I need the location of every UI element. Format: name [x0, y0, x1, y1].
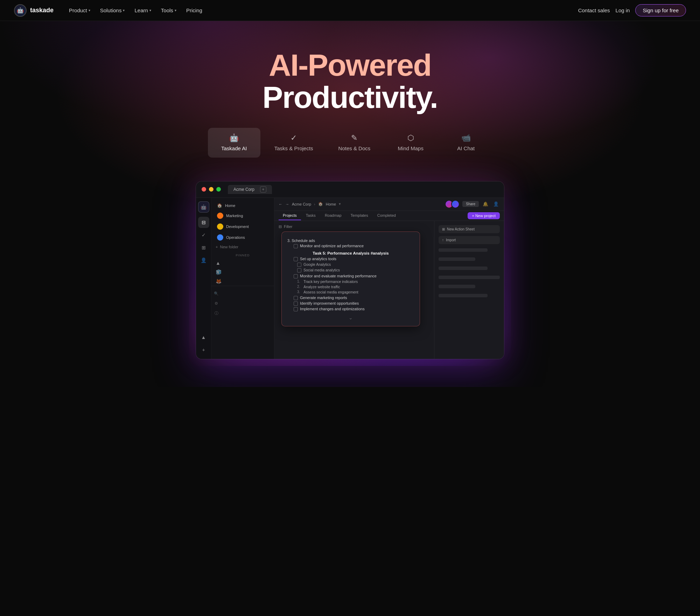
tab-tasks-projects[interactable]: ✓ Tasks & Projects: [263, 128, 324, 158]
hero-content: AI-Powered Productivity. 🤖 Taskade AI ✓ …: [14, 49, 686, 366]
filter-icon: ⊟: [279, 224, 282, 229]
filter-bar: ⊟ Filter: [279, 224, 430, 229]
info-bottom[interactable]: ⓘ: [211, 309, 221, 318]
sidebar-icon-home[interactable]: ⊟: [198, 217, 209, 228]
task-label: Analyze website traffic: [303, 285, 340, 289]
tab-taskade-ai[interactable]: 🤖 Taskade AI: [208, 128, 260, 158]
logo-text: taskade: [30, 7, 54, 14]
chevron-down-icon: ▾: [89, 8, 90, 12]
nav-pricing[interactable]: Pricing: [182, 5, 206, 15]
breadcrumb-dropdown[interactable]: ▾: [339, 202, 341, 206]
pinned-item-2[interactable]: 🧊: [211, 268, 274, 277]
tab-roadmap[interactable]: Roadmap: [321, 211, 346, 220]
tab-completed[interactable]: Completed: [373, 211, 400, 220]
task-label: Monitor and evaluate marketing performan…: [300, 274, 377, 278]
task-label: Assess social media engagement: [303, 290, 358, 294]
operations-dot: [217, 234, 223, 241]
info-icon: ⓘ: [215, 311, 218, 316]
nav-home[interactable]: 🏠 Home: [213, 201, 273, 210]
tab-ai-chat[interactable]: 📹 AI Chat: [440, 128, 492, 158]
app-logo-icon[interactable]: 🤖: [198, 201, 209, 213]
task-card-popup: 3. Schedule ads Monitor and optimize ad …: [281, 231, 420, 326]
task-checkbox[interactable]: [294, 244, 298, 248]
placeholder-bar-2: [439, 257, 475, 261]
task-label: Google Analytics: [303, 262, 331, 267]
traffic-light-close[interactable]: [202, 187, 206, 192]
user-settings-icon[interactable]: 👤: [492, 200, 500, 208]
logo-icon: 🤖: [14, 4, 27, 17]
nav-links: Product ▾ Solutions ▾ Learn ▾ Tools ▾ Pr…: [65, 5, 206, 15]
nav-operations[interactable]: Operations: [213, 232, 273, 243]
plus-icon: +: [216, 245, 218, 249]
back-icon[interactable]: ←: [279, 202, 282, 206]
new-tab-button[interactable]: +: [260, 186, 266, 193]
task-checkbox[interactable]: [294, 274, 298, 278]
app-window: Acme Corp + 🤖 ⊟ ✓ ⊞ 👤: [196, 181, 504, 359]
task-checkbox[interactable]: [297, 263, 301, 267]
sidebar-icon-settings[interactable]: ⊞: [198, 242, 209, 253]
logo[interactable]: 🤖 taskade: [14, 4, 54, 17]
search-icon: 🔍: [214, 291, 219, 296]
task-monitor-marketing: Monitor and evaluate marketing performan…: [287, 274, 414, 278]
chevron-down-icon: ▾: [149, 8, 151, 12]
app-toolbar: ← → Acme Corp › 🏠 Home ▾: [274, 198, 504, 211]
contact-sales-link[interactable]: Contact sales: [578, 7, 610, 13]
status-badge[interactable]: Share: [462, 201, 479, 207]
traffic-light-maximize[interactable]: [216, 187, 221, 192]
sidebar-icon-agent[interactable]: ▲: [198, 332, 209, 343]
tab-mind-maps[interactable]: ⬡ Mind Maps: [384, 128, 437, 158]
search-bottom[interactable]: 🔍: [211, 289, 221, 299]
tab-notes-docs[interactable]: ✎ Notes & Docs: [327, 128, 382, 158]
window-tab[interactable]: Acme Corp +: [228, 185, 272, 194]
nav-learn[interactable]: Learn ▾: [130, 5, 155, 15]
new-project-button[interactable]: + New project: [468, 212, 500, 219]
nav-pinned-label: PINNED: [211, 251, 274, 258]
sidebar-icon-users[interactable]: 👤: [198, 255, 209, 266]
task-panel: ⊟ Filter 3. Schedule ads: [274, 221, 434, 359]
hero-headline: AI-Powered Productivity.: [14, 49, 686, 114]
import-button[interactable]: ↑ Import: [439, 236, 500, 244]
nav-left: 🤖 taskade Product ▾ Solutions ▾ Learn ▾ …: [14, 4, 206, 17]
task-checkbox[interactable]: [294, 296, 298, 300]
traffic-light-minimize[interactable]: [209, 187, 214, 192]
task-kpi: 1. Track key performance indicators: [287, 279, 414, 284]
tab-tasks[interactable]: Tasks: [302, 211, 320, 220]
new-action-sheet-button[interactable]: ⊞ New Action Sheet: [439, 225, 500, 233]
task-checkbox[interactable]: [297, 268, 301, 272]
settings-bottom[interactable]: ⚙: [211, 299, 221, 309]
sidebar-icon-tasks[interactable]: ✓: [198, 229, 209, 241]
task-label: Generate marketing reports: [300, 296, 347, 300]
forward-icon[interactable]: →: [285, 202, 289, 206]
login-link[interactable]: Log in: [616, 7, 630, 13]
nav-marketing[interactable]: Marketing: [213, 210, 273, 221]
nav-solutions[interactable]: Solutions ▾: [96, 5, 129, 15]
navigation: 🤖 taskade Product ▾ Solutions ▾ Learn ▾ …: [0, 0, 700, 21]
placeholder-bar-4: [439, 276, 500, 279]
task-checkbox[interactable]: [294, 302, 298, 306]
tab-projects[interactable]: Projects: [279, 211, 301, 220]
notifications-icon[interactable]: 🔔: [482, 200, 489, 208]
pinned-item-1[interactable]: ▲: [211, 258, 274, 268]
avatar-group: [445, 200, 460, 208]
nav-right: Contact sales Log in Sign up for free: [578, 4, 686, 16]
signup-button[interactable]: Sign up for free: [635, 4, 686, 16]
app-showcase: Acme Corp + 🤖 ⊟ ✓ ⊞ 👤: [175, 174, 525, 366]
placeholder-bar-5: [439, 285, 475, 288]
task-checkbox[interactable]: [294, 307, 298, 311]
nav-new-folder[interactable]: + New folder: [211, 243, 274, 251]
nav-development[interactable]: Development: [213, 221, 273, 232]
task-item-monitor-ads: Monitor and optimize ad performance: [287, 244, 414, 248]
home-icon: 🏠: [318, 202, 323, 206]
app-body: 🤖 ⊟ ✓ ⊞ 👤 ▲ + 🏠: [196, 198, 504, 359]
mindmap-icon: ⬡: [407, 134, 414, 142]
sidebar-icon-add[interactable]: +: [198, 344, 209, 355]
nav-tools[interactable]: Tools ▾: [157, 5, 181, 15]
task-gen-reports: Generate marketing reports: [287, 296, 414, 300]
pinned-item-3[interactable]: 🦊: [211, 277, 274, 286]
task-social-engagement: 3. Assess social media engagement: [287, 290, 414, 294]
nav-product[interactable]: Product ▾: [65, 5, 94, 15]
task-checkbox[interactable]: [294, 257, 298, 261]
tab-templates[interactable]: Templates: [346, 211, 372, 220]
toolbar-left: ← → Acme Corp › 🏠 Home ▾: [279, 202, 341, 206]
window-chrome: Acme Corp +: [196, 181, 504, 198]
